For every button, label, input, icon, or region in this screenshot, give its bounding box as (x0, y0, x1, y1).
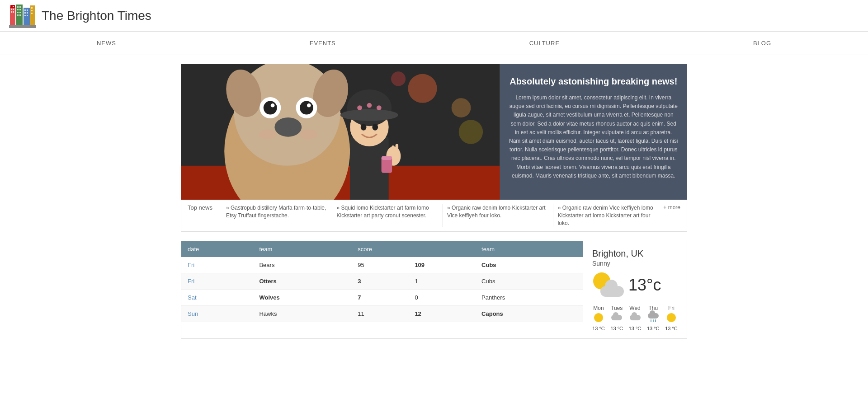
row-team1: Bears (253, 257, 351, 273)
site-logo-icon (9, 3, 36, 28)
hero-image (181, 64, 500, 200)
bottom-section: date team score team Fri Bears 95 109 Cu… (181, 241, 687, 339)
svg-rect-60 (382, 156, 392, 160)
svg-rect-26 (31, 13, 33, 14)
table-row: Fri Otters 3 1 Cubs (181, 273, 583, 290)
weather-temperature: 13°c (628, 276, 661, 295)
main-content: Absolutely astonishing breaking news! Lo… (176, 55, 692, 348)
news-item-0[interactable]: » Gastropub distillery Marfa farm-to-tab… (222, 204, 332, 227)
col-team2: team (475, 241, 583, 257)
row-day: Sun (181, 306, 253, 322)
navigation: NEWS EVENTS CULTURE BLOG (0, 32, 868, 55)
svg-point-31 (391, 71, 406, 86)
svg-rect-12 (17, 12, 19, 13)
rainy-icon (647, 313, 660, 324)
forecast-temp: 13 °C (665, 326, 678, 331)
row-team1: Wolves (253, 290, 351, 306)
svg-rect-13 (19, 12, 21, 13)
col-team1: team (253, 241, 351, 257)
row-day: Sat (181, 290, 253, 306)
svg-rect-19 (24, 12, 26, 14)
forecast-day-name: Wed (629, 305, 642, 311)
svg-rect-4 (13, 11, 14, 13)
weather-icon-large (592, 272, 624, 299)
svg-point-53 (377, 105, 382, 110)
forecast-day-item: Mon 13 °C (592, 305, 605, 331)
svg-rect-15 (19, 14, 21, 16)
svg-point-51 (357, 105, 362, 110)
svg-rect-10 (17, 9, 19, 10)
forecast-day-item: Wed 13 °C (629, 305, 642, 331)
row-team1: Hawks (253, 306, 351, 322)
svg-rect-58 (396, 144, 398, 154)
svg-rect-21 (24, 15, 26, 16)
cloudy-icon (610, 313, 623, 324)
forecast-temp: 13 °C (592, 326, 605, 331)
row-score1: 7 (351, 290, 408, 306)
table-row: Sat Wolves 7 0 Panthers (181, 290, 583, 306)
sports-table-container: date team score team Fri Bears 95 109 Cu… (181, 241, 583, 339)
hero-section: Absolutely astonishing breaking news! Lo… (181, 64, 687, 200)
sunny-icon (592, 313, 605, 324)
svg-point-40 (271, 103, 275, 108)
svg-rect-3 (11, 11, 12, 13)
col-score: score (351, 241, 475, 257)
hero-body-text: Lorem ipsum dolor sit amet, consectetur … (509, 94, 678, 180)
hero-photo (181, 64, 500, 200)
site-title: The Brighton Times (42, 9, 151, 23)
forecast-day-item: Fri 13 °C (665, 305, 678, 331)
forecast-day-item: Tues 13 °C (610, 305, 623, 331)
col-date: date (181, 241, 253, 257)
row-score2: 1 (408, 273, 475, 290)
svg-rect-11 (19, 9, 21, 10)
weather-location: Brighton, UK (592, 248, 678, 259)
svg-point-29 (408, 74, 437, 103)
news-item-1[interactable]: » Squid lomo Kickstarter art farm lomo K… (332, 204, 443, 227)
hero-text-panel: Absolutely astonishing breaking news! Lo… (500, 64, 687, 200)
row-day: Fri (181, 257, 253, 273)
row-score1: 3 (351, 273, 408, 290)
svg-point-43 (307, 103, 311, 108)
forecast-day-name: Tues (610, 305, 623, 311)
svg-rect-1 (11, 9, 12, 10)
svg-point-30 (452, 98, 471, 117)
row-day: Fri (181, 273, 253, 290)
svg-point-46 (300, 130, 317, 139)
nav-item-events[interactable]: EVENTS (310, 40, 336, 47)
svg-point-45 (259, 130, 276, 139)
table-row: Sun Hawks 11 12 Capons (181, 306, 583, 322)
row-team2: Capons (475, 306, 583, 322)
svg-point-50 (340, 109, 398, 121)
row-score2: 12 (408, 306, 475, 322)
weather-forecast: Mon 13 °C Tues 13 °C Wed 13 °C Thu 13 °C… (592, 305, 678, 331)
hero-headline: Absolutely astonishing breaking news! (509, 75, 678, 87)
svg-rect-24 (31, 7, 33, 9)
svg-rect-57 (392, 145, 394, 154)
sports-table-body: Fri Bears 95 109 Cubs Fri Otters 3 1 Cub… (181, 257, 583, 322)
forecast-day-item: Thu 13 °C (647, 305, 660, 331)
nav-item-blog[interactable]: BLOG (753, 40, 771, 47)
weather-condition: Sunny (592, 260, 678, 267)
nav-item-culture[interactable]: CULTURE (529, 40, 560, 47)
svg-point-42 (300, 101, 313, 115)
svg-rect-17 (24, 9, 26, 11)
svg-rect-9 (19, 6, 21, 8)
svg-rect-2 (13, 9, 14, 10)
svg-rect-18 (27, 9, 28, 11)
svg-rect-8 (17, 6, 19, 8)
more-news-link[interactable]: + more (663, 204, 680, 211)
weather-widget: Brighton, UK Sunny 13°c Mon 13 °C Tues 1… (583, 241, 687, 339)
row-score1: 95 (351, 257, 408, 273)
forecast-day-name: Fri (665, 305, 678, 311)
svg-rect-14 (17, 14, 19, 16)
nav-item-news[interactable]: NEWS (97, 40, 116, 47)
top-news-label: Top news (188, 204, 212, 211)
row-team2: Cubs (475, 273, 583, 290)
svg-rect-20 (27, 12, 28, 14)
row-team2: Panthers (475, 290, 583, 306)
forecast-temp: 13 °C (629, 326, 642, 331)
news-item-2[interactable]: » Organic raw denim lomo Kickstarter art… (442, 204, 553, 227)
news-item-3[interactable]: » Organic raw denim Vice keffiyeh lomo K… (553, 204, 664, 227)
top-news-items: » Gastropub distillery Marfa farm-to-tab… (222, 204, 663, 227)
logo-area: The Brighton Times (9, 3, 151, 28)
